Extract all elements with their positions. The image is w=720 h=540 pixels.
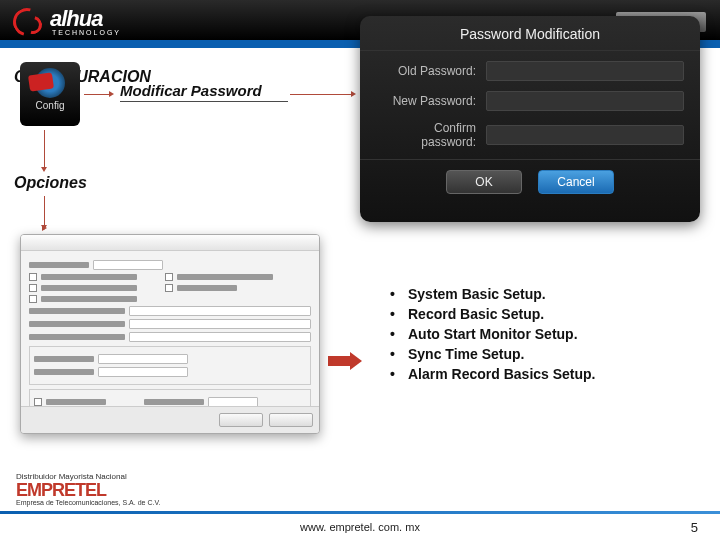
options-save-button[interactable] xyxy=(219,413,263,427)
label-new-password: New Password: xyxy=(376,94,486,108)
arrow-icon xyxy=(290,94,354,95)
password-modal: Password Modification Old Password: New … xyxy=(360,16,700,222)
label-old-password: Old Password: xyxy=(376,64,486,78)
list-item: Auto Start Monitor Setup. xyxy=(390,326,596,342)
cancel-button[interactable]: Cancel xyxy=(538,170,614,194)
options-buttons xyxy=(21,406,319,433)
logo-swoosh-icon xyxy=(10,8,46,34)
row-old-password: Old Password: xyxy=(376,61,684,81)
list-item: Sync Time Setup. xyxy=(390,346,596,362)
new-password-input[interactable] xyxy=(486,91,684,111)
options-titlebar xyxy=(21,235,319,251)
old-password-input[interactable] xyxy=(486,61,684,81)
heading-opciones: Opciones xyxy=(14,174,87,192)
distributor-line2: Empresa de Telecomunicaciones, S.A. de C… xyxy=(16,499,160,506)
label-confirm-password: Confirm password: xyxy=(376,121,486,149)
underline xyxy=(120,101,288,102)
footer-url: www. empretel. com. mx xyxy=(0,514,720,540)
arrow-icon xyxy=(44,196,45,228)
brand-logo: alhua TECHNOLOGY xyxy=(10,6,121,36)
logo-text: alhua xyxy=(50,6,102,31)
distributor-stamp: Distribuidor Mayorista Nacional EMPRETEL… xyxy=(16,472,160,506)
ok-button[interactable]: OK xyxy=(446,170,522,194)
logo-subtext: TECHNOLOGY xyxy=(52,29,121,36)
list-item: System Basic Setup. xyxy=(390,286,596,302)
list-item: Record Basic Setup. xyxy=(390,306,596,322)
list-item: Alarm Record Basics Setup. xyxy=(390,366,596,382)
modal-button-row: OK Cancel xyxy=(360,159,700,204)
confirm-password-input[interactable] xyxy=(486,125,684,145)
config-icon-label: Config xyxy=(20,100,80,111)
gear-icon xyxy=(35,68,65,98)
row-confirm-password: Confirm password: xyxy=(376,121,684,149)
options-cancel-button[interactable] xyxy=(269,413,313,427)
page-number: 5 xyxy=(691,520,698,535)
options-window xyxy=(20,234,320,434)
config-app-icon: Config xyxy=(20,62,80,126)
arrow-icon xyxy=(84,94,112,95)
arrow-icon xyxy=(44,130,45,170)
arrow-icon xyxy=(44,228,45,229)
distributor-brand: EMPRETEL xyxy=(16,483,160,497)
heading-modificar: Modificar Password xyxy=(120,82,262,99)
row-new-password: New Password: xyxy=(376,91,684,111)
setup-bullet-list: System Basic Setup. Record Basic Setup. … xyxy=(390,282,596,386)
modal-title: Password Modification xyxy=(360,16,700,51)
